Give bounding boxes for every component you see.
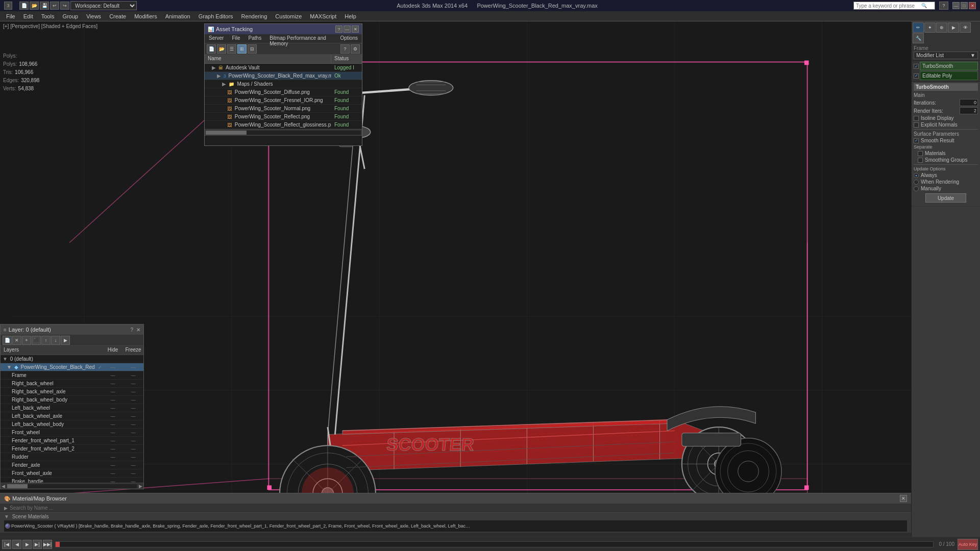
when-rendering-radio[interactable] — [914, 180, 919, 185]
tab-hierarchy[interactable]: ⊕ — [936, 22, 947, 33]
lp-new-btn[interactable]: 📄 — [3, 336, 12, 345]
lp-down-btn[interactable]: ↓ — [51, 336, 60, 345]
at-list-btn[interactable]: ☰ — [227, 44, 236, 54]
at-row-normal[interactable]: 🖼 PowerWing_Scooter_Normal.png Found — [205, 105, 362, 113]
iterations-input[interactable] — [960, 99, 978, 106]
layer-row-frontwheel[interactable]: Front_wheel — — — [1, 429, 143, 437]
maximize-btn[interactable]: □ — [961, 2, 968, 9]
menu-rendering[interactable]: Rendering — [237, 12, 272, 20]
layers-close-btn[interactable]: ✕ — [136, 327, 140, 333]
menu-tools[interactable]: Tools — [37, 12, 59, 20]
update-button[interactable]: Update — [925, 193, 966, 203]
at-close-btn[interactable]: ✕ — [352, 26, 359, 33]
search-input[interactable] — [854, 2, 920, 9]
isoline-checkbox[interactable] — [914, 116, 919, 121]
layers-scroll-track[interactable] — [7, 484, 137, 488]
anim-next-btn[interactable]: ▶▶| — [43, 540, 52, 549]
materials-checkbox[interactable] — [918, 151, 923, 156]
material-browser-close-btn[interactable]: ✕ — [900, 495, 907, 502]
search-box[interactable]: 🔍 — [853, 2, 935, 10]
layers-scrollbar[interactable]: ◀ ▶ — [1, 483, 143, 489]
workspace-dropdown[interactable]: Workspace: Default — [70, 1, 137, 10]
redo-btn[interactable]: ↪ — [60, 2, 69, 10]
minimize-btn[interactable]: — — [952, 2, 960, 9]
new-file-btn[interactable]: 📄 — [19, 2, 29, 10]
anim-prev-btn[interactable]: |◀ — [2, 540, 11, 549]
key-filter-btn[interactable]: Auto Key — [958, 539, 978, 550]
editablepoly-checkbox[interactable] — [914, 73, 919, 79]
mb-search-input[interactable] — [10, 505, 907, 511]
at-row-diffuse[interactable]: 🖼 PowerWing_Scooter_Diffuse.png Found — [205, 88, 362, 96]
menu-graph-editors[interactable]: Graph Editors — [194, 12, 237, 20]
menu-maxscript[interactable]: MAXScript — [306, 12, 340, 20]
lp-expand-btn[interactable]: ▶ — [61, 336, 70, 345]
at-help2-btn[interactable]: ? — [340, 44, 350, 54]
modifier-editablepoly[interactable]: Editable Poly — [920, 71, 978, 80]
at-minimize-btn[interactable]: — — [344, 26, 351, 33]
viewport[interactable]: [+] [Perspective] [Shaded + Edged Faces]… — [0, 21, 980, 538]
at-menu-paths[interactable]: Paths — [244, 34, 266, 43]
layer-row-fenderfwp2[interactable]: Fender_front_wheel_part_2 — — — [1, 445, 143, 453]
help-question-btn[interactable]: ? — [939, 2, 948, 10]
tab-modify[interactable]: ✏ — [913, 22, 924, 33]
layer-row-frontwaxle[interactable]: Front_wheel_axle — — — [1, 469, 143, 478]
at-menu-options[interactable]: Options — [336, 34, 362, 43]
open-file-btn[interactable]: 📂 — [30, 2, 39, 10]
menu-animation[interactable]: Animation — [161, 12, 194, 20]
modifier-turbosmooth[interactable]: TurboSmooth — [920, 62, 978, 70]
layer-row-rbwheel[interactable]: Right_back_wheel — — — [1, 380, 143, 388]
menu-views[interactable]: Views — [82, 12, 105, 20]
smooth-result-checkbox[interactable] — [914, 138, 919, 143]
smoothing-groups-checkbox[interactable] — [918, 158, 923, 163]
at-row-maps-folder[interactable]: ▶ 📁 Maps / Shaders — [205, 80, 362, 88]
at-row-reflect[interactable]: 🖼 PowerWing_Scooter_Reflect.png Found — [205, 113, 362, 121]
layers-help-btn[interactable]: ? — [130, 327, 133, 333]
layer-row-powerwing[interactable]: ▼ ◆ PowerWing_Scooter_Black_Red ✓ — — — [1, 363, 143, 371]
render-iters-input[interactable] — [960, 107, 978, 114]
lp-up-btn[interactable]: ↑ — [41, 336, 51, 345]
anim-prev-frame-btn[interactable]: ◀ — [12, 540, 21, 549]
always-radio[interactable] — [914, 173, 919, 178]
layer-row-lbwbody[interactable]: Left_back_wheel_body — — — [1, 420, 143, 429]
tab-utilities[interactable]: 🔧 — [913, 33, 924, 43]
menu-customize[interactable]: Customize — [271, 12, 306, 20]
scroll-left-btn[interactable]: ◀ — [1, 484, 6, 489]
layer-row-frame[interactable]: Frame — — — [1, 371, 143, 380]
anim-next-frame-btn[interactable]: ▶| — [33, 540, 42, 549]
anim-play-btn[interactable]: ▶ — [22, 540, 32, 549]
at-menu-file[interactable]: File — [228, 34, 244, 43]
undo-btn[interactable]: ↩ — [50, 2, 59, 10]
menu-file[interactable]: File — [2, 12, 19, 20]
at-row-reflect-gloss[interactable]: 🖼 PowerWing_Scooter_Reflect_glossiness.p… — [205, 121, 362, 129]
menu-edit[interactable]: Edit — [19, 12, 37, 20]
at-help-btn[interactable]: ? — [335, 26, 342, 33]
at-menu-server[interactable]: Server — [205, 34, 228, 43]
lp-delete-btn[interactable]: ✕ — [12, 336, 21, 345]
timeline-cursor[interactable] — [56, 542, 60, 547]
at-grid-btn[interactable]: ⊞ — [237, 44, 247, 54]
layer-row-fenderaxle[interactable]: Fender_axle — — — [1, 461, 143, 469]
at-menu-bitmap[interactable]: Bitmap Performance and Memory — [265, 34, 336, 43]
layer-row-rudder[interactable]: Rudder — — — [1, 453, 143, 461]
close-btn[interactable]: ✕ — [969, 2, 976, 9]
frame-dropdown[interactable]: Modifier List ▼ — [914, 52, 978, 59]
at-row-fresnel[interactable]: 🖼 PowerWing_Scooter_Fresnel_IOR.png Foun… — [205, 96, 362, 105]
lp-select-btn[interactable]: ⬛ — [32, 336, 41, 345]
layer-row-fenderfwp1[interactable]: Fender_front_wheel_part_1 — — — [1, 437, 143, 445]
menu-group[interactable]: Group — [58, 12, 82, 20]
menu-help[interactable]: Help — [340, 12, 360, 20]
explicit-normals-checkbox[interactable] — [914, 122, 919, 128]
at-icons-btn[interactable]: ⊟ — [248, 44, 257, 54]
layer-row-lbwheel[interactable]: Left_back_wheel — — — [1, 404, 143, 412]
at-new-btn[interactable]: 📄 — [207, 44, 216, 54]
tab-motion[interactable]: ▶ — [948, 22, 959, 33]
menu-create[interactable]: Create — [105, 12, 130, 20]
timeline-track[interactable] — [55, 541, 934, 547]
layer-row-rbwbody[interactable]: Right_back_wheel_body — — — [1, 396, 143, 404]
save-file-btn[interactable]: 💾 — [40, 2, 49, 10]
tab-create[interactable]: ✦ — [924, 22, 936, 33]
layer-row-rbaxle[interactable]: Right_back_wheel_axle — — — [1, 388, 143, 396]
at-row-maxfile[interactable]: ▶ 3 PowerWing_Scooter_Black_Red_max_vray… — [205, 72, 362, 80]
at-open-btn[interactable]: 📂 — [217, 44, 226, 54]
layers-scroll-thumb[interactable] — [7, 484, 28, 488]
